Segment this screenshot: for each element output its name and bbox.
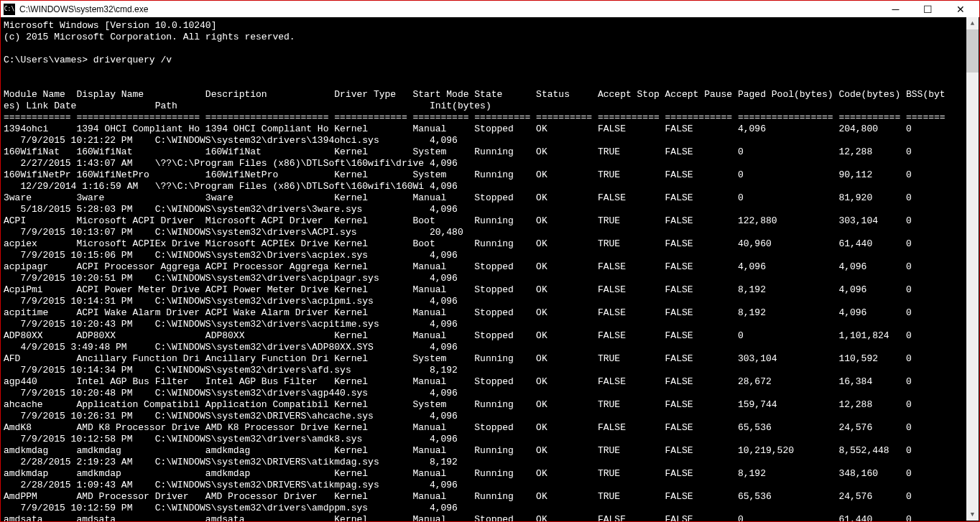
close-button[interactable]: ✕ [944, 1, 976, 17]
scroll-down-button[interactable]: ▼ [966, 508, 979, 521]
window-controls: ─ ☐ ✕ [879, 1, 976, 17]
scrollbar-track[interactable] [966, 29, 979, 508]
scroll-up-button[interactable]: ▲ [966, 17, 979, 29]
window-title: C:\WINDOWS\system32\cmd.exe [19, 4, 879, 14]
titlebar[interactable]: C:\ C:\WINDOWS\system32\cmd.exe ─ ☐ ✕ [1, 1, 979, 17]
scrollbar[interactable]: ▲ ▼ [966, 17, 979, 521]
cmd-icon: C:\ [4, 4, 15, 15]
minimize-button[interactable]: ─ [879, 1, 912, 17]
maximize-button[interactable]: ☐ [912, 1, 944, 17]
scrollbar-thumb[interactable] [966, 29, 979, 73]
terminal-output[interactable]: Microsoft Windows [Version 10.0.10240] (… [1, 17, 979, 521]
